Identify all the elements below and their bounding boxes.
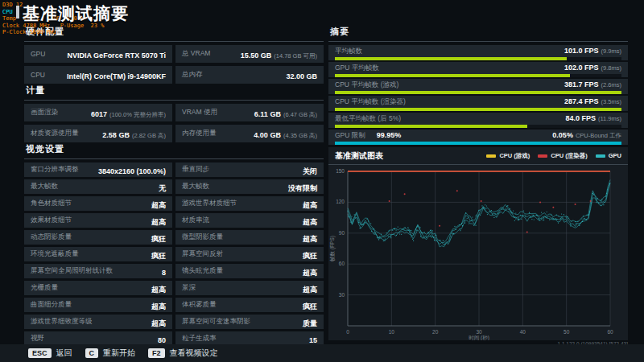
cell-label: 视野	[31, 334, 44, 343]
summary-stat: 平均帧数101.0 FPS(9.9ms)	[328, 45, 628, 60]
setting-cell: 环境光遮蔽质量疯狂	[24, 247, 172, 261]
stat-label: GPU 限制	[335, 131, 365, 139]
svg-text:40: 40	[520, 329, 526, 335]
kbd-esc[interactable]: ESC	[28, 348, 52, 358]
summary-stat: CPU 平均帧数 (游戏)381.7 FPS(2.6ms)	[328, 79, 628, 94]
stat-note: (9.9ms)	[601, 47, 621, 55]
cell-value: 2.58 GB	[102, 131, 130, 139]
stat-value: 101.0 FPS	[564, 47, 599, 55]
cell-label: 最大帧数	[31, 182, 58, 191]
summary-stats: 平均帧数101.0 FPS(9.9ms)GPU 平均帧数102.0 FPS(9.…	[328, 45, 628, 145]
cell-label: 角色材质细节	[31, 199, 72, 208]
stat-label: 最低平均帧数 (后 5%)	[335, 114, 401, 122]
cell-label: 光栅质量	[31, 283, 58, 293]
cell-label: 体积雾质量	[182, 300, 217, 310]
cell-value: NVIDIA GeForce RTX 5070 Ti	[67, 51, 166, 60]
stat-value: 84.0 FPS	[565, 114, 596, 122]
cell-value: 超高	[303, 269, 317, 277]
stat-bar	[335, 125, 621, 128]
cell-label: 动态阴影质量	[31, 232, 72, 242]
hardware-row: CPUIntel(R) Core(TM) i9-14900KF总内存32.00 …	[24, 66, 324, 84]
setting-row: 光栅质量超高景深超高	[24, 281, 324, 295]
hardware-cell: 总 VRAM15.50 GB(14.78 GB 可用)	[175, 45, 324, 63]
cell-value: 超高	[151, 302, 166, 311]
cell-value: 质量	[303, 319, 317, 327]
chart-header: 基准测试图表 CPU (游戏)CPU (渲染器)GPU	[328, 147, 628, 165]
cell-label: 屏幕空间反射	[182, 249, 223, 259]
setting-cell: 材质串流超高	[175, 213, 324, 228]
setting-row: 游戏世界细致度等级超高屏幕空间可变速率阴影质量	[24, 315, 324, 329]
cell-note: (100.0% 完整分辨率)	[109, 111, 166, 118]
legend-item: CPU (渲染器)	[538, 152, 587, 160]
summary-header: 摘要	[328, 24, 628, 42]
cell-label: 总 VRAM	[182, 49, 210, 59]
gpu-bound-stat: GPU 限制99.95%0.05%CPU-Bound 工作	[328, 130, 628, 145]
metric-row: 材质资源使用量2.58 GB(2.82 GB 高)内存使用量4.00 GB(4.…	[24, 125, 324, 142]
stat-label: GPU 平均帧数	[335, 64, 379, 72]
stat-note: (2.6ms)	[601, 81, 621, 88]
svg-text:150: 150	[336, 168, 345, 174]
summary-stat: CPU 平均帧数 (渲染器)287.4 FPS(3.5ms)	[328, 96, 628, 111]
stat-bar	[335, 91, 621, 94]
setting-cell: 垂直同步关闭	[175, 162, 324, 177]
visual-settings-rows: 窗口分辨率调整3840x2160 (100.0%)垂直同步关闭最大帧数无最大帧数…	[24, 162, 324, 346]
cell-label: 屏幕空间全局照明射线计数	[31, 266, 113, 276]
benchmark-chart-panel: 基准测试图表 CPU (游戏)CPU (渲染器)GPU 306090120150…	[328, 147, 628, 340]
cell-value: 8	[162, 269, 166, 277]
legend-swatch-icon	[596, 154, 605, 158]
svg-text:120: 120	[336, 199, 345, 204]
cell-value: 6017	[91, 110, 107, 118]
summary-stat: GPU 平均帧数102.0 FPS(9.8ms)	[328, 62, 628, 77]
cell-note: (4.35 GB 高)	[283, 132, 317, 139]
hardware-cell: GPUNVIDIA GeForce RTX 5070 Ti	[24, 45, 172, 63]
setting-cell: 效果材质细节超高	[24, 213, 172, 228]
legend-swatch-icon	[486, 154, 496, 158]
setting-row: 曲面细分质量超高体积雾质量疯狂	[24, 298, 324, 312]
cell-value: 超高	[151, 201, 166, 209]
cell-value: 3840x2160 (100.0%)	[98, 167, 166, 175]
cell-value: 超高	[303, 235, 317, 243]
svg-text:30: 30	[476, 329, 482, 335]
stat-bar	[335, 142, 621, 145]
cell-value: 没有限制	[288, 184, 317, 192]
hardware-cell: 总内存32.00 GB	[175, 66, 324, 84]
setting-row: 最大帧数无最大帧数没有限制	[24, 179, 324, 194]
cell-label: 垂直同步	[182, 165, 209, 175]
cell-value: 疯狂	[303, 252, 317, 260]
svg-text:0: 0	[346, 329, 349, 335]
setting-cell: 窗口分辨率调整3840x2160 (100.0%)	[24, 162, 172, 177]
svg-text:时间 (秒): 时间 (秒)	[469, 335, 489, 340]
metrics-section: 计量 画面渲染6017(100.0% 完整分辨率)VRAM 使用6.11 GB(…	[24, 83, 324, 142]
metric-row: 画面渲染6017(100.0% 完整分辨率)VRAM 使用6.11 GB(6.4…	[24, 104, 324, 121]
title-corner-mark	[16, 6, 19, 19]
cell-label: CPU	[31, 71, 45, 79]
setting-cell: 光栅质量超高	[24, 281, 172, 295]
cell-value: 超高	[303, 286, 317, 294]
footer-key-esc[interactable]: ESC返回	[28, 348, 72, 359]
setting-row: 屏幕空间全局照明射线计数8镜头眩光质量超高	[24, 264, 324, 278]
cell-value: 超高	[151, 319, 166, 327]
footer-key-c[interactable]: C重新开始	[85, 348, 136, 359]
cell-value: 超高	[151, 286, 166, 294]
footer-key-f2[interactable]: F2查看视频设定	[148, 348, 218, 359]
overlay-line-4: P-Clock 5690 MHz	[2, 29, 104, 36]
bottom-key-bar: ESC返回C重新开始F2查看视频设定	[0, 344, 644, 362]
chart-title: 基准测试图表	[335, 150, 383, 162]
cell-label: 游戏世界材质细节	[182, 199, 237, 208]
setting-cell: 屏幕空间全局照明射线计数8	[24, 264, 172, 278]
cell-value: 15.50 GB	[241, 51, 272, 60]
kbd-f2[interactable]: F2	[148, 348, 165, 358]
metrics-header: 计量	[24, 83, 324, 101]
chart-legend: CPU (游戏)CPU (渲染器)GPU	[486, 152, 621, 160]
setting-cell: 体积雾质量疯狂	[175, 298, 324, 312]
cpu-bound-pct: 0.05%	[552, 131, 573, 139]
cell-label: 窗口分辨率调整	[31, 165, 79, 175]
cell-label: 内存使用量	[182, 129, 217, 138]
setting-cell: 微型阴影质量超高	[175, 230, 324, 245]
stat-note: (11.9ms)	[598, 115, 621, 122]
metric-cell: 内存使用量4.00 GB(4.35 GB 高)	[175, 125, 324, 142]
svg-text:20: 20	[432, 329, 439, 335]
cell-label: 曲面细分质量	[31, 300, 72, 310]
kbd-c[interactable]: C	[85, 348, 99, 358]
cell-value: 6.11 GB	[254, 110, 281, 118]
